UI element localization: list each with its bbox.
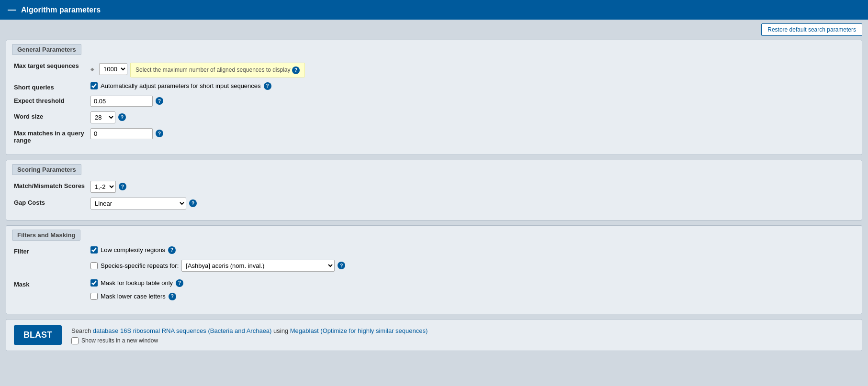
mask-lookup-checkbox[interactable] bbox=[90, 279, 98, 287]
scoring-parameters-title: Scoring Parameters bbox=[12, 164, 81, 175]
species-repeats-select[interactable]: [Ashbya] aceris (nom. inval.) bbox=[181, 260, 335, 272]
gap-costs-select[interactable]: Linear Existence: 1 Extension: 1 Existen… bbox=[90, 198, 186, 210]
max-matches-row: Max matches in a query range ? bbox=[14, 128, 854, 144]
short-queries-label: Short queries bbox=[14, 82, 90, 91]
low-complexity-checkbox[interactable] bbox=[90, 246, 98, 254]
max-target-hint-text: Select the maximum number of aligned seq… bbox=[135, 66, 291, 73]
mask-control: Mask for lookup table only ? Mask lower … bbox=[90, 279, 183, 303]
blast-desc-middle: using bbox=[271, 327, 290, 334]
blast-description: Search database 16S ribosomal RNA sequen… bbox=[71, 325, 428, 334]
gap-costs-help-icon[interactable]: ? bbox=[189, 199, 197, 207]
expect-threshold-row: Expect threshold ? bbox=[14, 96, 854, 107]
collapse-icon[interactable]: — bbox=[8, 5, 16, 15]
mask-lookup-label: Mask for lookup table only bbox=[101, 279, 173, 287]
max-target-row: Max target sequences ◆ 10 20 50 100 250 … bbox=[14, 61, 854, 77]
max-target-hint-box: Select the maximum number of aligned seq… bbox=[130, 63, 305, 77]
short-queries-checkbox[interactable] bbox=[90, 82, 98, 89]
species-repeats-row: Species-specific repeats for: [Ashbya] a… bbox=[90, 260, 345, 272]
filters-masking-title: Filters and Masking bbox=[12, 230, 80, 241]
restore-button-row: Restore default search parameters bbox=[6, 23, 862, 36]
gap-costs-label: Gap Costs bbox=[14, 198, 90, 206]
max-target-label: Max target sequences bbox=[14, 61, 90, 69]
max-target-select[interactable]: 10 20 50 100 250 500 1000 5000 bbox=[99, 63, 127, 75]
word-size-select[interactable]: 11 16 20 28 32 48 64 128 256 bbox=[90, 111, 115, 123]
species-repeats-checkbox[interactable] bbox=[90, 262, 98, 269]
algorithm-parameters-header: — Algorithm parameters bbox=[0, 0, 868, 20]
word-size-help-icon[interactable]: ? bbox=[118, 113, 126, 121]
mask-row: Mask Mask for lookup table only ? Mask l… bbox=[14, 279, 854, 303]
mask-lookup-row: Mask for lookup table only ? bbox=[90, 279, 183, 287]
general-parameters-title: General Parameters bbox=[12, 44, 81, 55]
max-matches-input[interactable] bbox=[90, 128, 153, 139]
header-title: Algorithm parameters bbox=[21, 6, 101, 14]
filter-label: Filter bbox=[14, 246, 90, 255]
blast-algo-link[interactable]: Megablast (Optimize for highly similar s… bbox=[290, 327, 428, 334]
mask-lower-checkbox[interactable] bbox=[90, 293, 98, 300]
short-queries-text: Automatically adjust parameters for shor… bbox=[101, 82, 261, 89]
expect-threshold-control: ? bbox=[90, 96, 163, 107]
match-mismatch-label: Match/Mismatch Scores bbox=[14, 181, 90, 189]
expect-threshold-input[interactable] bbox=[90, 96, 153, 107]
filters-masking-panel: Filters and Masking Filter Low complexit… bbox=[6, 225, 862, 314]
show-new-window-checkbox[interactable] bbox=[71, 337, 79, 344]
low-complexity-help-icon[interactable]: ? bbox=[168, 246, 176, 254]
expect-threshold-help-icon[interactable]: ? bbox=[156, 97, 163, 105]
main-content: Restore default search parameters Genera… bbox=[0, 20, 868, 360]
general-parameters-panel: General Parameters Max target sequences … bbox=[6, 40, 862, 155]
show-new-window-row: Show results in a new window bbox=[71, 337, 428, 344]
page-wrapper: — Algorithm parameters Restore default s… bbox=[0, 0, 868, 360]
blast-db-link[interactable]: database 16S ribosomal RNA sequences (Ba… bbox=[93, 327, 272, 334]
filter-control: Low complexity regions ? Species-specifi… bbox=[90, 246, 345, 275]
match-mismatch-control: 1,-2 1,-3 1,-4 2,-3 4,-5 1,-1 ? bbox=[90, 181, 126, 193]
max-matches-help-icon[interactable]: ? bbox=[156, 130, 163, 137]
max-matches-control: ? bbox=[90, 128, 163, 139]
match-mismatch-row: Match/Mismatch Scores 1,-2 1,-3 1,-4 2,-… bbox=[14, 181, 854, 193]
mask-lookup-help-icon[interactable]: ? bbox=[176, 279, 183, 287]
filter-row: Filter Low complexity regions ? Species-… bbox=[14, 246, 854, 275]
species-repeats-help-icon[interactable]: ? bbox=[338, 262, 345, 269]
max-target-help-icon[interactable]: ? bbox=[292, 66, 300, 74]
mask-lower-help-icon[interactable]: ? bbox=[169, 293, 176, 300]
word-size-label: Word size bbox=[14, 111, 90, 120]
diamond-icon: ◆ bbox=[90, 66, 94, 72]
blast-bar: BLAST Search database 16S ribosomal RNA … bbox=[6, 319, 862, 351]
max-matches-label: Max matches in a query range bbox=[14, 128, 90, 144]
mask-label: Mask bbox=[14, 279, 90, 288]
species-repeats-label: Species-specific repeats for: bbox=[101, 262, 179, 269]
blast-button[interactable]: BLAST bbox=[14, 325, 62, 345]
match-mismatch-select[interactable]: 1,-2 1,-3 1,-4 2,-3 4,-5 1,-1 bbox=[90, 181, 116, 193]
gap-costs-control: Linear Existence: 1 Extension: 1 Existen… bbox=[90, 198, 197, 210]
word-size-control: 11 16 20 28 32 48 64 128 256 ? bbox=[90, 111, 126, 123]
low-complexity-label: Low complexity regions bbox=[101, 246, 165, 254]
short-queries-control: Automatically adjust parameters for shor… bbox=[90, 82, 271, 90]
restore-default-button[interactable]: Restore default search parameters bbox=[761, 23, 862, 36]
match-mismatch-help-icon[interactable]: ? bbox=[119, 183, 126, 190]
short-queries-help-icon[interactable]: ? bbox=[264, 82, 271, 90]
low-complexity-row: Low complexity regions ? bbox=[90, 246, 176, 254]
blast-desc-prefix: Search bbox=[71, 327, 93, 334]
word-size-row: Word size 11 16 20 28 32 48 64 128 256 ? bbox=[14, 111, 854, 123]
mask-lower-label: Mask lower case letters bbox=[101, 293, 166, 300]
expect-threshold-label: Expect threshold bbox=[14, 96, 90, 104]
show-new-window-label: Show results in a new window bbox=[81, 337, 158, 344]
short-queries-row: Short queries Automatically adjust param… bbox=[14, 82, 854, 91]
max-target-control: ◆ 10 20 50 100 250 500 1000 5000 Select … bbox=[90, 61, 305, 77]
mask-lower-row: Mask lower case letters ? bbox=[90, 293, 176, 300]
blast-description-area: Search database 16S ribosomal RNA sequen… bbox=[71, 325, 428, 344]
scoring-parameters-panel: Scoring Parameters Match/Mismatch Scores… bbox=[6, 160, 862, 221]
gap-costs-row: Gap Costs Linear Existence: 1 Extension:… bbox=[14, 198, 854, 210]
